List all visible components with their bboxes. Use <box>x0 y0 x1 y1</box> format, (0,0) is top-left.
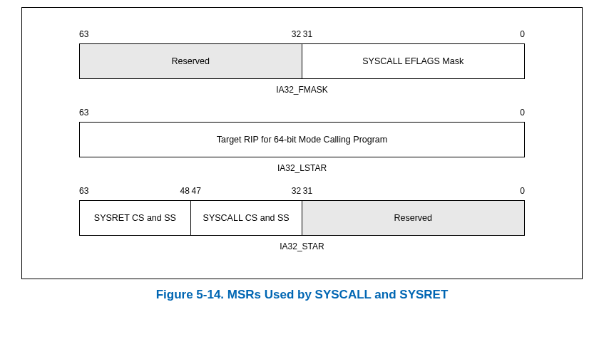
register-lstar: 63 0 Target RIP for 64-bit Mode Calling … <box>79 108 525 173</box>
register-name-fmask: IA32_FMASK <box>79 85 525 95</box>
bit-label-0: 0 <box>520 186 525 196</box>
bit-label-47: 47 <box>192 186 201 196</box>
bit-label-48: 48 <box>180 186 190 196</box>
bit-label-63: 63 <box>79 108 88 118</box>
register-row-fmask: Reserved SYSCALL EFLAGS Mask <box>79 43 525 79</box>
register-name-star: IA32_STAR <box>79 241 525 251</box>
register-row-lstar: Target RIP for 64-bit Mode Calling Progr… <box>79 122 525 157</box>
diagram-frame: 63 32 31 0 Reserved SYSCALL EFLAGS Mask … <box>21 7 583 279</box>
bit-label-31: 31 <box>303 29 312 39</box>
bit-label-63: 63 <box>79 29 88 39</box>
figure-caption: Figure 5-14. MSRs Used by SYSCALL and SY… <box>0 288 604 302</box>
field-sysret-cs-ss: SYSRET CS and SS <box>80 201 191 235</box>
bit-labels-star: 63 48 47 32 31 0 <box>79 186 525 199</box>
bit-label-63: 63 <box>79 186 88 196</box>
register-fmask: 63 32 31 0 Reserved SYSCALL EFLAGS Mask … <box>79 29 525 95</box>
register-row-star: SYSRET CS and SS SYSCALL CS and SS Reser… <box>79 200 525 236</box>
bit-labels-lstar: 63 0 <box>79 108 525 120</box>
bit-label-31: 31 <box>303 186 312 196</box>
field-target-rip: Target RIP for 64-bit Mode Calling Progr… <box>80 123 524 157</box>
bit-label-32: 32 <box>292 186 301 196</box>
register-name-lstar: IA32_LSTAR <box>79 163 525 173</box>
field-reserved: Reserved <box>302 201 525 235</box>
field-reserved: Reserved <box>80 44 302 78</box>
bit-labels-fmask: 63 32 31 0 <box>79 29 525 42</box>
register-star: 63 48 47 32 31 0 SYSRET CS and SS SYSCAL… <box>79 186 525 251</box>
field-syscall-cs-ss: SYSCALL CS and SS <box>191 201 302 235</box>
bit-label-0: 0 <box>520 108 525 118</box>
field-eflags-mask: SYSCALL EFLAGS Mask <box>302 44 525 78</box>
bit-label-32: 32 <box>292 29 301 39</box>
bit-label-0: 0 <box>520 29 525 39</box>
